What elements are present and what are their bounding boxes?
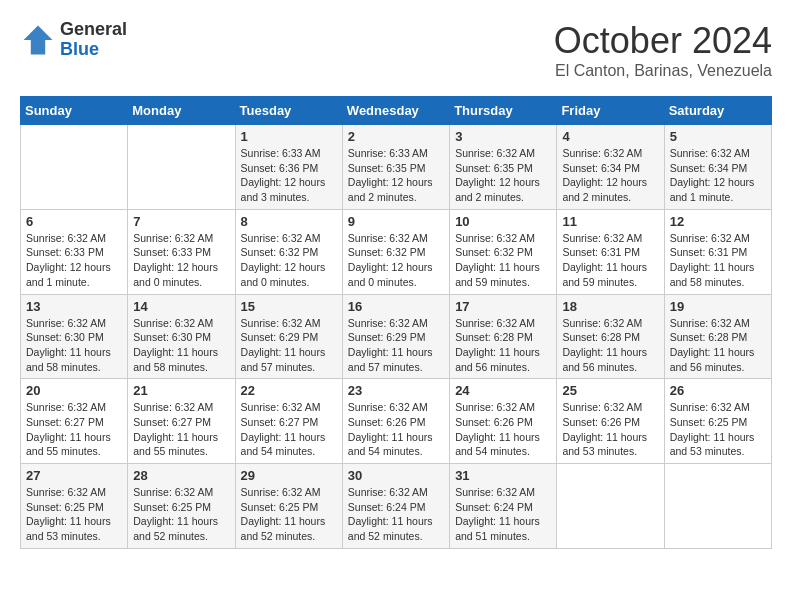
weekday-header-tuesday: Tuesday [235,97,342,125]
day-info: Sunrise: 6:32 AM Sunset: 6:28 PM Dayligh… [670,316,766,375]
calendar-cell: 26Sunrise: 6:32 AM Sunset: 6:25 PM Dayli… [664,379,771,464]
day-info: Sunrise: 6:32 AM Sunset: 6:33 PM Dayligh… [26,231,122,290]
day-info: Sunrise: 6:32 AM Sunset: 6:27 PM Dayligh… [26,400,122,459]
calendar-cell: 22Sunrise: 6:32 AM Sunset: 6:27 PM Dayli… [235,379,342,464]
day-number: 26 [670,383,766,398]
day-info: Sunrise: 6:32 AM Sunset: 6:25 PM Dayligh… [670,400,766,459]
day-info: Sunrise: 6:33 AM Sunset: 6:35 PM Dayligh… [348,146,444,205]
weekday-header-row: SundayMondayTuesdayWednesdayThursdayFrid… [21,97,772,125]
calendar-cell: 20Sunrise: 6:32 AM Sunset: 6:27 PM Dayli… [21,379,128,464]
weekday-header-sunday: Sunday [21,97,128,125]
month-title: October 2024 [554,20,772,62]
day-number: 2 [348,129,444,144]
day-number: 13 [26,299,122,314]
weekday-header-thursday: Thursday [450,97,557,125]
day-number: 21 [133,383,229,398]
day-number: 5 [670,129,766,144]
day-info: Sunrise: 6:32 AM Sunset: 6:26 PM Dayligh… [348,400,444,459]
calendar-table: SundayMondayTuesdayWednesdayThursdayFrid… [20,96,772,549]
day-info: Sunrise: 6:32 AM Sunset: 6:30 PM Dayligh… [133,316,229,375]
page-header: General Blue October 2024 El Canton, Bar… [20,20,772,80]
day-info: Sunrise: 6:32 AM Sunset: 6:34 PM Dayligh… [670,146,766,205]
day-number: 16 [348,299,444,314]
calendar-cell: 14Sunrise: 6:32 AM Sunset: 6:30 PM Dayli… [128,294,235,379]
weekday-header-friday: Friday [557,97,664,125]
calendar-cell: 12Sunrise: 6:32 AM Sunset: 6:31 PM Dayli… [664,209,771,294]
logo: General Blue [20,20,127,60]
day-number: 19 [670,299,766,314]
day-number: 22 [241,383,337,398]
calendar-cell: 17Sunrise: 6:32 AM Sunset: 6:28 PM Dayli… [450,294,557,379]
calendar-cell: 9Sunrise: 6:32 AM Sunset: 6:32 PM Daylig… [342,209,449,294]
calendar-cell [557,464,664,549]
calendar-week-4: 20Sunrise: 6:32 AM Sunset: 6:27 PM Dayli… [21,379,772,464]
calendar-cell: 31Sunrise: 6:32 AM Sunset: 6:24 PM Dayli… [450,464,557,549]
day-number: 31 [455,468,551,483]
calendar-cell: 28Sunrise: 6:32 AM Sunset: 6:25 PM Dayli… [128,464,235,549]
calendar-cell: 1Sunrise: 6:33 AM Sunset: 6:36 PM Daylig… [235,125,342,210]
weekday-header-wednesday: Wednesday [342,97,449,125]
day-info: Sunrise: 6:32 AM Sunset: 6:28 PM Dayligh… [455,316,551,375]
calendar-cell [664,464,771,549]
calendar-cell: 11Sunrise: 6:32 AM Sunset: 6:31 PM Dayli… [557,209,664,294]
day-number: 8 [241,214,337,229]
day-info: Sunrise: 6:32 AM Sunset: 6:24 PM Dayligh… [455,485,551,544]
calendar-cell: 25Sunrise: 6:32 AM Sunset: 6:26 PM Dayli… [557,379,664,464]
day-info: Sunrise: 6:32 AM Sunset: 6:31 PM Dayligh… [670,231,766,290]
calendar-cell: 15Sunrise: 6:32 AM Sunset: 6:29 PM Dayli… [235,294,342,379]
day-number: 23 [348,383,444,398]
title-block: October 2024 El Canton, Barinas, Venezue… [554,20,772,80]
calendar-cell: 21Sunrise: 6:32 AM Sunset: 6:27 PM Dayli… [128,379,235,464]
calendar-cell: 29Sunrise: 6:32 AM Sunset: 6:25 PM Dayli… [235,464,342,549]
day-number: 3 [455,129,551,144]
day-number: 12 [670,214,766,229]
calendar-cell: 24Sunrise: 6:32 AM Sunset: 6:26 PM Dayli… [450,379,557,464]
location: El Canton, Barinas, Venezuela [554,62,772,80]
day-number: 17 [455,299,551,314]
day-info: Sunrise: 6:32 AM Sunset: 6:34 PM Dayligh… [562,146,658,205]
day-info: Sunrise: 6:32 AM Sunset: 6:29 PM Dayligh… [348,316,444,375]
day-info: Sunrise: 6:32 AM Sunset: 6:28 PM Dayligh… [562,316,658,375]
day-info: Sunrise: 6:32 AM Sunset: 6:29 PM Dayligh… [241,316,337,375]
day-info: Sunrise: 6:33 AM Sunset: 6:36 PM Dayligh… [241,146,337,205]
day-info: Sunrise: 6:32 AM Sunset: 6:32 PM Dayligh… [348,231,444,290]
day-number: 7 [133,214,229,229]
calendar-cell: 18Sunrise: 6:32 AM Sunset: 6:28 PM Dayli… [557,294,664,379]
svg-marker-0 [24,25,53,54]
calendar-week-3: 13Sunrise: 6:32 AM Sunset: 6:30 PM Dayli… [21,294,772,379]
day-info: Sunrise: 6:32 AM Sunset: 6:32 PM Dayligh… [241,231,337,290]
weekday-header-monday: Monday [128,97,235,125]
calendar-week-2: 6Sunrise: 6:32 AM Sunset: 6:33 PM Daylig… [21,209,772,294]
logo-text: General Blue [60,20,127,60]
day-info: Sunrise: 6:32 AM Sunset: 6:27 PM Dayligh… [241,400,337,459]
day-info: Sunrise: 6:32 AM Sunset: 6:33 PM Dayligh… [133,231,229,290]
day-info: Sunrise: 6:32 AM Sunset: 6:32 PM Dayligh… [455,231,551,290]
calendar-cell: 13Sunrise: 6:32 AM Sunset: 6:30 PM Dayli… [21,294,128,379]
day-number: 27 [26,468,122,483]
logo-blue: Blue [60,40,127,60]
calendar-cell: 23Sunrise: 6:32 AM Sunset: 6:26 PM Dayli… [342,379,449,464]
day-info: Sunrise: 6:32 AM Sunset: 6:26 PM Dayligh… [562,400,658,459]
calendar-header: SundayMondayTuesdayWednesdayThursdayFrid… [21,97,772,125]
calendar-cell: 6Sunrise: 6:32 AM Sunset: 6:33 PM Daylig… [21,209,128,294]
calendar-cell: 4Sunrise: 6:32 AM Sunset: 6:34 PM Daylig… [557,125,664,210]
calendar-cell: 2Sunrise: 6:33 AM Sunset: 6:35 PM Daylig… [342,125,449,210]
day-number: 14 [133,299,229,314]
day-number: 30 [348,468,444,483]
calendar-cell: 5Sunrise: 6:32 AM Sunset: 6:34 PM Daylig… [664,125,771,210]
calendar-cell: 27Sunrise: 6:32 AM Sunset: 6:25 PM Dayli… [21,464,128,549]
day-number: 1 [241,129,337,144]
day-info: Sunrise: 6:32 AM Sunset: 6:24 PM Dayligh… [348,485,444,544]
calendar-cell: 3Sunrise: 6:32 AM Sunset: 6:35 PM Daylig… [450,125,557,210]
day-number: 25 [562,383,658,398]
calendar-cell: 30Sunrise: 6:32 AM Sunset: 6:24 PM Dayli… [342,464,449,549]
calendar-cell: 8Sunrise: 6:32 AM Sunset: 6:32 PM Daylig… [235,209,342,294]
day-number: 29 [241,468,337,483]
day-number: 11 [562,214,658,229]
day-number: 9 [348,214,444,229]
day-number: 20 [26,383,122,398]
logo-general: General [60,20,127,40]
calendar-cell: 16Sunrise: 6:32 AM Sunset: 6:29 PM Dayli… [342,294,449,379]
day-number: 28 [133,468,229,483]
day-number: 15 [241,299,337,314]
